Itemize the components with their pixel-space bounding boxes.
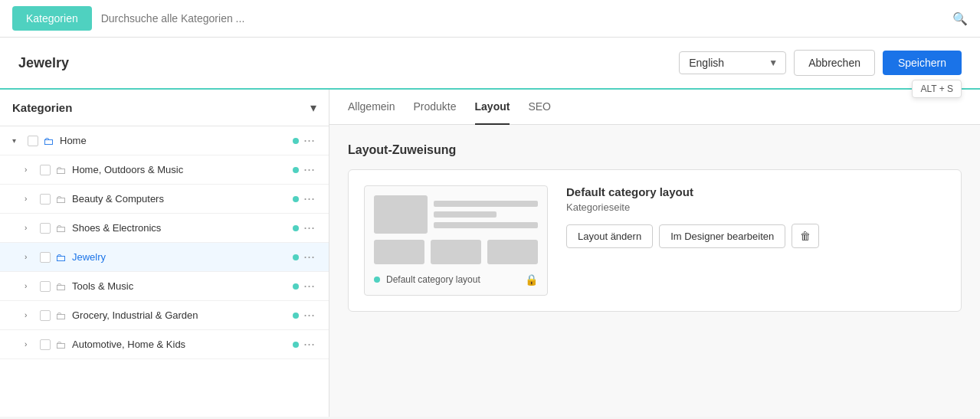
- status-dot: [293, 225, 299, 231]
- tree-label-automotive: Automotive, Home & Kids: [72, 339, 290, 350]
- expand-icon[interactable]: ›: [25, 165, 37, 174]
- more-menu-icon[interactable]: ···: [302, 307, 316, 323]
- preview-card-2: [431, 240, 481, 264]
- expand-icon[interactable]: ›: [25, 253, 37, 261]
- folder-icon: 🗀: [55, 222, 66, 234]
- preview-footer: Default category layout 🔒: [374, 273, 538, 286]
- status-dot: [293, 254, 299, 260]
- layout-subtitle: Kategorieseite: [566, 201, 946, 213]
- preview-layout-label: Default category layout: [386, 274, 480, 285]
- more-menu-icon[interactable]: ···: [302, 249, 316, 265]
- lock-icon: 🔒: [525, 273, 538, 286]
- sidebar-header: Kategorien ▾: [0, 90, 329, 126]
- expand-icon[interactable]: ›: [25, 224, 37, 232]
- preview-image-placeholder: [374, 195, 428, 234]
- change-layout-button[interactable]: Layout ändern: [566, 224, 653, 248]
- tree-item-shoes[interactable]: › 🗀 Shoes & Electronics ···: [0, 214, 329, 243]
- status-dot: [293, 313, 299, 319]
- cancel-button[interactable]: Abbrechen: [794, 50, 875, 76]
- tree-item-beauty[interactable]: › 🗀 Beauty & Computers ···: [0, 185, 329, 214]
- tree-label-tools: Tools & Music: [72, 280, 290, 292]
- checkbox-home-outdoors[interactable]: [40, 165, 51, 175]
- expand-icon[interactable]: ›: [25, 282, 37, 290]
- preview-line-1: [434, 201, 538, 207]
- checkbox-home[interactable]: [28, 136, 38, 146]
- tab-layout[interactable]: Layout: [475, 90, 510, 125]
- tab-produkte[interactable]: Produkte: [413, 90, 456, 125]
- status-dot: [293, 342, 299, 348]
- folder-icon: 🗀: [55, 309, 66, 322]
- more-menu-icon[interactable]: ···: [302, 162, 316, 178]
- more-menu-icon[interactable]: ···: [302, 278, 316, 294]
- preview-bottom: [374, 240, 538, 264]
- preview-top: [374, 195, 538, 234]
- tree-label-home: Home: [60, 135, 290, 146]
- tree-item-jewelry[interactable]: › 🗀 Jewelry ···: [0, 243, 329, 272]
- more-menu-icon[interactable]: ···: [302, 133, 316, 149]
- language-selector[interactable]: English ▼ English Deutsch: [679, 51, 786, 74]
- layout-card: Default category layout 🔒 Default catego…: [348, 169, 962, 312]
- header-row: Jewelry English ▼ English Deutsch Abbrec…: [0, 38, 980, 90]
- preview-card-1: [374, 240, 424, 264]
- status-dot: [293, 138, 299, 144]
- tree-label-jewelry: Jewelry: [72, 251, 290, 263]
- folder-icon: 🗀: [55, 164, 66, 176]
- more-menu-icon[interactable]: ···: [302, 191, 316, 207]
- tab-allgemein[interactable]: Allgemein: [348, 90, 395, 125]
- folder-icon: 🗀: [43, 135, 54, 147]
- status-dot: [293, 167, 299, 173]
- search-input[interactable]: [92, 6, 952, 31]
- expand-icon[interactable]: ›: [25, 340, 37, 349]
- checkbox-automotive[interactable]: [40, 339, 51, 350]
- checkbox-jewelry[interactable]: [40, 252, 51, 263]
- search-icon[interactable]: 🔍: [952, 11, 968, 26]
- more-menu-icon[interactable]: ···: [302, 336, 316, 352]
- expand-icon[interactable]: ▾: [12, 136, 25, 145]
- tree-label-shoes: Shoes & Electronics: [72, 222, 290, 234]
- folder-icon: 🗀: [55, 339, 66, 351]
- tree-item-automotive[interactable]: › 🗀 Automotive, Home & Kids ···: [0, 330, 329, 359]
- expand-icon[interactable]: ›: [25, 311, 37, 319]
- tree-item-home-outdoors[interactable]: › 🗀 Home, Outdoors & Music ···: [0, 155, 329, 185]
- main-layout: Kategorien ▾ ▾ 🗀 Home ··· › 🗀 Home, Outd…: [0, 90, 980, 417]
- preview-line-2: [434, 211, 497, 218]
- tree-item-grocery[interactable]: › 🗀 Grocery, Industrial & Garden ···: [0, 301, 329, 330]
- sidebar-title: Kategorien: [12, 101, 72, 114]
- more-menu-icon[interactable]: ···: [302, 220, 316, 236]
- tree-label-home-outdoors: Home, Outdoors & Music: [72, 164, 290, 175]
- folder-icon: 🗀: [55, 280, 66, 293]
- search-bar: Kategorien 🔍: [0, 0, 980, 38]
- preview-card-3: [487, 240, 538, 264]
- folder-icon: 🗀: [55, 251, 66, 264]
- expand-icon[interactable]: ›: [25, 195, 37, 203]
- shortcut-tooltip: ALT + S: [912, 80, 962, 98]
- tree-item-home[interactable]: ▾ 🗀 Home ···: [0, 126, 329, 155]
- tabs-row: Allgemein Produkte Layout SEO: [329, 90, 980, 125]
- preview-line-3: [434, 222, 538, 228]
- tree-label-grocery: Grocery, Industrial & Garden: [72, 309, 290, 321]
- page-title: Jewelry: [18, 55, 69, 71]
- status-dot: [293, 283, 299, 290]
- preview-text-lines: [434, 195, 538, 234]
- designer-button[interactable]: Im Designer bearbeiten: [659, 224, 785, 248]
- layout-preview: Default category layout 🔒: [364, 185, 548, 296]
- checkbox-beauty[interactable]: [40, 194, 51, 205]
- kategorien-button[interactable]: Kategorien: [12, 6, 92, 31]
- layout-info: Default category layout Kategorieseite L…: [566, 185, 946, 248]
- delete-layout-button[interactable]: 🗑: [792, 224, 819, 248]
- tab-seo[interactable]: SEO: [528, 90, 551, 125]
- preview-status-dot: [374, 277, 380, 283]
- checkbox-shoes[interactable]: [40, 223, 51, 234]
- section-title: Layout-Zuweisung: [348, 143, 962, 157]
- tree-label-beauty: Beauty & Computers: [72, 193, 290, 205]
- sidebar: Kategorien ▾ ▾ 🗀 Home ··· › 🗀 Home, Outd…: [0, 90, 329, 417]
- checkbox-grocery[interactable]: [40, 310, 51, 321]
- content-area: Allgemein Produkte Layout SEO Layout-Zuw…: [329, 90, 980, 417]
- save-button[interactable]: Speichern: [883, 51, 962, 75]
- tree-item-tools[interactable]: › 🗀 Tools & Music ···: [0, 272, 329, 301]
- folder-icon: 🗀: [55, 193, 66, 205]
- checkbox-tools[interactable]: [40, 281, 51, 292]
- sidebar-collapse-icon[interactable]: ▾: [310, 100, 316, 115]
- header-actions: English ▼ English Deutsch Abbrechen Spei…: [679, 50, 962, 76]
- status-dot: [293, 196, 299, 202]
